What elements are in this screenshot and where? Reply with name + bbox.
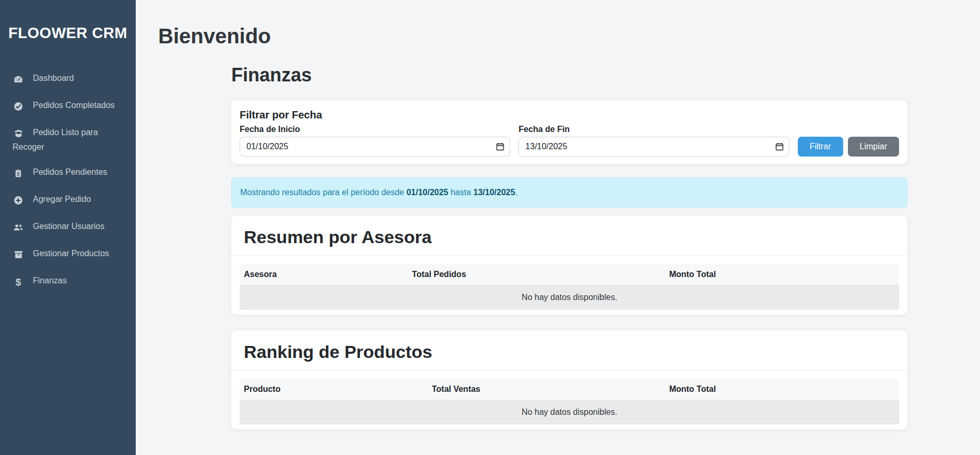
sidebar-item-pedidos-pendientes[interactable]: Pedidos Pendientes [0,160,136,187]
sidebar-item-dashboard[interactable]: Dashboard [0,66,136,93]
resumen-asesora-table: Asesora Total Pedidos Monto Total No hay… [240,264,899,309]
alert-start-date: 01/10/2025 [406,188,448,197]
sidebar-item-agregar-pedido[interactable]: Agregar Pedido [0,187,136,214]
alert-end-date: 13/10/2025 [474,188,515,197]
end-date-label: Fecha de Fin [518,124,789,135]
sidebar-nav: Dashboard Pedidos Completados Pedido Lis… [0,66,136,294]
start-date-input[interactable] [240,137,510,157]
resumen-asesora-card: Resumen por Asesora Asesora Total Pedido… [231,215,907,315]
sidebar-item-label: Agregar Pedido [33,195,91,203]
main-content: Bienvenido Finanzas Filtrar por Fecha Fe… [136,0,980,455]
start-date-field: Fecha de Inicio [240,124,510,157]
box-icon [13,249,24,262]
filter-row: Fecha de Inicio Fecha de Fin [240,124,899,157]
sidebar-item-pedido-listo-para-recoger[interactable]: Pedido Listo para Recoger [0,120,136,160]
end-date-wrap [518,137,789,157]
empty-message: No hay datos disponibles. [240,285,899,309]
calendar-icon[interactable] [496,142,504,151]
calendar-icon[interactable] [775,142,784,151]
finanzas-section: Finanzas Filtrar por Fecha Fecha de Inic… [231,64,907,429]
check-circle-icon [13,101,24,114]
alert-text: . [515,188,517,197]
filter-title: Filtrar por Fecha [240,108,899,122]
sidebar-item-gestionar-productos[interactable]: Gestionar Productos [0,241,136,268]
tachometer-icon [13,74,24,87]
empty-message: No hay datos disponibles. [240,400,899,424]
end-date-input[interactable] [518,137,789,157]
card-header: Resumen por Asesora [231,215,907,256]
sidebar-item-label: Gestionar Productos [33,249,109,258]
filter-buttons: Filtrar Limpiar [798,137,899,157]
section-title: Finanzas [231,64,907,86]
sidebar-item-gestionar-usuarios[interactable]: Gestionar Usuarios [0,214,136,241]
column-header-total-pedidos: Total Pedidos [408,264,665,285]
column-header-monto-total: Monto Total [665,379,899,400]
page-title: Bienvenido [158,23,980,49]
table-header-row: Asesora Total Pedidos Monto Total [240,264,899,285]
date-range-alert: Mostrando resultados para el período des… [231,177,907,208]
sidebar-item-label: Pedidos Completados [33,101,115,110]
alert-text: hasta [448,188,474,197]
card-body: Producto Total Ventas Monto Total No hay… [231,370,907,429]
card-body: Asesora Total Pedidos Monto Total No hay… [231,256,907,315]
column-header-total-ventas: Total Ventas [428,379,665,400]
app-title: FLOOWER CRM [0,24,136,42]
column-header-producto: Producto [240,379,428,400]
filter-button[interactable]: Filtrar [798,137,843,157]
start-date-label: Fecha de Inicio [240,124,510,135]
column-header-monto-total: Monto Total [665,264,899,285]
card-title-resumen: Resumen por Asesora [244,226,895,248]
box-open-icon [13,128,24,141]
clear-button[interactable]: Limpiar [848,137,899,157]
sidebar: FLOOWER CRM Dashboard Pedidos Completado… [0,0,136,455]
start-date-wrap [240,137,510,157]
app-root: FLOOWER CRM Dashboard Pedidos Completado… [0,0,980,455]
table-header-row: Producto Total Ventas Monto Total [240,379,899,400]
ranking-productos-table: Producto Total Ventas Monto Total No hay… [240,379,899,424]
column-header-asesora: Asesora [240,264,408,285]
empty-row: No hay datos disponibles. [240,285,899,309]
sidebar-item-label: Finanzas [33,276,67,285]
sidebar-item-label: Dashboard [33,74,74,82]
ranking-productos-card: Ranking de Productos Producto Total Vent… [231,330,907,429]
plus-circle-icon [13,195,24,208]
sidebar-item-label: Pedido Listo para Recoger [13,128,98,151]
clipboard-list-icon [13,168,24,181]
sidebar-item-label: Gestionar Usuarios [33,222,104,231]
alert-text: Mostrando resultados para el período des… [240,188,406,197]
end-date-field: Fecha de Fin [518,124,789,157]
date-filter-card: Filtrar por Fecha Fecha de Inicio Fecha … [231,100,907,164]
dollar-icon: $ [13,277,24,288]
card-header: Ranking de Productos [231,330,907,370]
card-title-ranking: Ranking de Productos [244,341,895,363]
sidebar-item-finanzas[interactable]: $Finanzas [0,268,136,294]
users-icon [13,222,24,235]
empty-row: No hay datos disponibles. [240,400,899,424]
sidebar-item-pedidos-completados[interactable]: Pedidos Completados [0,93,136,120]
sidebar-item-label: Pedidos Pendientes [33,167,107,176]
